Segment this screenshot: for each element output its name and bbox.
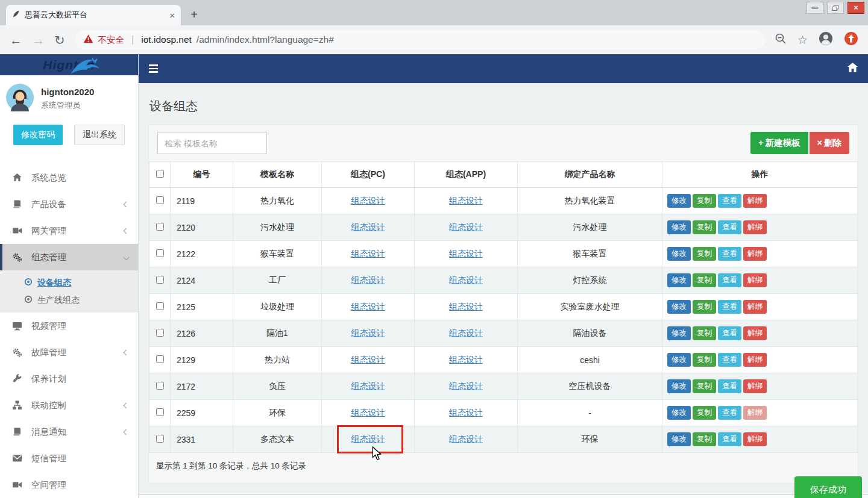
view-button[interactable]: 查看: [718, 406, 741, 420]
tab-close-icon[interactable]: ×: [169, 10, 175, 20]
sidebar-item-10[interactable]: 空间管理: [0, 472, 138, 498]
window-restore-button[interactable]: [827, 2, 844, 14]
browser-update-icon[interactable]: [844, 31, 858, 48]
unbind-button[interactable]: 解绑: [743, 194, 767, 208]
app-config-link[interactable]: 组态设计: [449, 222, 483, 232]
app-config-link[interactable]: 组态设计: [449, 434, 483, 444]
zoom-out-icon[interactable]: [775, 33, 787, 47]
copy-button[interactable]: 复制: [693, 406, 716, 420]
reload-icon[interactable]: ↻: [54, 34, 65, 46]
view-button[interactable]: 查看: [718, 194, 741, 208]
view-button[interactable]: 查看: [718, 432, 741, 446]
app-config-link[interactable]: 组态设计: [449, 408, 483, 417]
profile-avatar-icon[interactable]: [819, 31, 833, 48]
row-checkbox[interactable]: [156, 276, 164, 284]
window-minimize-button[interactable]: [807, 2, 823, 14]
pc-config-link[interactable]: 组态设计: [351, 302, 385, 311]
sidebar-subitem-设备组态[interactable]: 设备组态: [0, 274, 138, 291]
sidebar-item-5[interactable]: 故障管理: [0, 339, 138, 366]
sidebar-item-0[interactable]: 系统总览: [0, 164, 138, 191]
sidebar-item-8[interactable]: 消息通知: [0, 419, 138, 445]
logout-button[interactable]: 退出系统: [74, 125, 125, 145]
home-icon[interactable]: [848, 63, 858, 75]
edit-button[interactable]: 修改: [667, 432, 691, 446]
view-button[interactable]: 查看: [718, 220, 741, 234]
window-close-button[interactable]: ×: [848, 2, 864, 14]
copy-button[interactable]: 复制: [693, 273, 716, 287]
sidebar-item-3[interactable]: 组态管理: [0, 244, 138, 270]
app-config-link[interactable]: 组态设计: [449, 381, 483, 391]
unbind-button[interactable]: 解绑: [743, 406, 767, 420]
app-config-link[interactable]: 组态设计: [449, 249, 483, 258]
sidebar-toggle-icon[interactable]: [149, 64, 158, 73]
sidebar-item-1[interactable]: 产品设备: [0, 191, 138, 217]
copy-button[interactable]: 复制: [693, 220, 716, 234]
view-button[interactable]: 查看: [718, 300, 741, 314]
app-config-link[interactable]: 组态设计: [449, 196, 483, 205]
address-bar[interactable]: 不安全 | iot.idosp.net/admin/index.html?lan…: [75, 30, 765, 49]
new-tab-button[interactable]: +: [186, 7, 203, 23]
edit-button[interactable]: 修改: [667, 379, 691, 393]
sidebar-item-2[interactable]: 网关管理: [0, 217, 138, 244]
row-checkbox[interactable]: [156, 223, 164, 231]
unbind-button[interactable]: 解绑: [743, 300, 767, 314]
pc-config-link[interactable]: 组态设计: [351, 222, 385, 232]
copy-button[interactable]: 复制: [693, 300, 716, 314]
app-config-link[interactable]: 组态设计: [449, 302, 483, 311]
sidebar-item-6[interactable]: 保养计划: [0, 366, 138, 392]
unbind-button[interactable]: 解绑: [743, 379, 767, 393]
delete-button[interactable]: ×删除: [810, 132, 849, 154]
pc-config-link[interactable]: 组态设计: [351, 275, 385, 285]
edit-button[interactable]: 修改: [667, 353, 691, 367]
sidebar-item-9[interactable]: 短信管理: [0, 445, 138, 472]
edit-button[interactable]: 修改: [667, 406, 691, 420]
row-checkbox[interactable]: [156, 302, 164, 310]
row-checkbox[interactable]: [156, 249, 164, 257]
pc-config-link[interactable]: 组态设计: [351, 434, 385, 444]
row-checkbox[interactable]: [156, 382, 164, 390]
row-checkbox[interactable]: [156, 196, 164, 204]
forward-icon[interactable]: →: [32, 34, 45, 46]
unbind-button[interactable]: 解绑: [743, 273, 767, 287]
sidebar-item-4[interactable]: 视频管理: [0, 313, 138, 339]
pc-config-link[interactable]: 组态设计: [351, 381, 385, 391]
unbind-button[interactable]: 解绑: [743, 220, 767, 234]
copy-button[interactable]: 复制: [693, 194, 716, 208]
sidebar-subitem-生产线组态[interactable]: 生产线组态: [0, 291, 138, 309]
edit-button[interactable]: 修改: [667, 326, 691, 340]
edit-button[interactable]: 修改: [667, 247, 691, 261]
copy-button[interactable]: 复制: [693, 379, 716, 393]
copy-button[interactable]: 复制: [693, 432, 716, 446]
copy-button[interactable]: 复制: [693, 326, 716, 340]
browser-tab[interactable]: 思普云大数据平台 ×: [6, 5, 181, 25]
pc-config-link[interactable]: 组态设计: [351, 328, 385, 338]
view-button[interactable]: 查看: [718, 247, 741, 261]
select-all-checkbox[interactable]: [156, 170, 164, 178]
view-button[interactable]: 查看: [718, 273, 741, 287]
app-config-link[interactable]: 组态设计: [449, 328, 483, 338]
view-button[interactable]: 查看: [718, 326, 741, 340]
row-checkbox[interactable]: [156, 435, 164, 443]
search-input[interactable]: [157, 132, 267, 154]
row-checkbox[interactable]: [156, 408, 164, 416]
row-checkbox[interactable]: [156, 355, 164, 363]
view-button[interactable]: 查看: [718, 353, 741, 367]
unbind-button[interactable]: 解绑: [743, 326, 767, 340]
bookmark-star-icon[interactable]: ☆: [797, 33, 808, 47]
pc-config-link[interactable]: 组态设计: [351, 249, 385, 258]
unbind-button[interactable]: 解绑: [743, 247, 767, 261]
pc-config-link[interactable]: 组态设计: [351, 196, 385, 205]
edit-button[interactable]: 修改: [667, 300, 691, 314]
copy-button[interactable]: 复制: [693, 247, 716, 261]
unbind-button[interactable]: 解绑: [743, 353, 767, 367]
pc-config-link[interactable]: 组态设计: [351, 408, 385, 417]
change-password-button[interactable]: 修改密码: [13, 125, 63, 145]
row-checkbox[interactable]: [156, 329, 164, 337]
app-config-link[interactable]: 组态设计: [449, 275, 483, 285]
edit-button[interactable]: 修改: [667, 194, 691, 208]
back-icon[interactable]: ←: [10, 34, 22, 46]
edit-button[interactable]: 修改: [667, 220, 691, 234]
unbind-button[interactable]: 解绑: [743, 432, 767, 446]
sidebar-item-7[interactable]: 联动控制: [0, 392, 138, 419]
new-template-button[interactable]: +新建模板: [750, 132, 808, 154]
